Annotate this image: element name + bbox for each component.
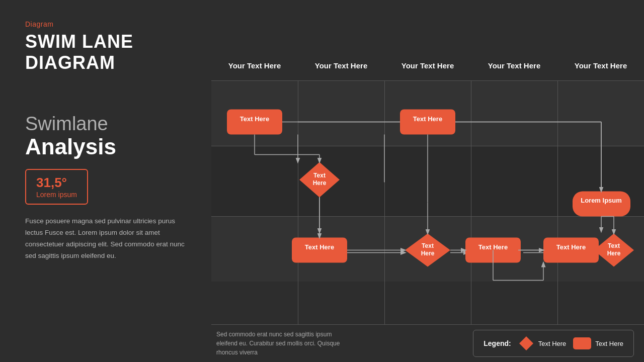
node-rect2-label: Text Here <box>413 115 442 123</box>
diagram-label: Diagram <box>25 20 191 28</box>
col-header-1: Your Text Here <box>211 61 298 70</box>
stat-number: 31,5° <box>36 175 77 191</box>
node-rect5-label: Text Here <box>556 243 586 251</box>
node-diamond2-label2: Here <box>421 250 435 257</box>
node-rect4-label: Text Here <box>478 243 508 251</box>
node-diamond2-label: Text <box>422 242 434 249</box>
node-diamond1-label2: Here <box>313 179 327 187</box>
legend-label: Legend: <box>484 339 511 347</box>
legend-box: Legend: Text Here Text Here <box>473 330 634 357</box>
col-headers: Your Text Here Your Text Here Your Text … <box>211 53 644 78</box>
node-rect1-label: Text Here <box>240 115 269 123</box>
description-text: Fusce posuere magna sed pulvinar ultrici… <box>25 216 191 262</box>
stat-label: Lorem ipsum <box>36 191 77 199</box>
left-panel: Diagram SWIM LANE DIAGRAM Swimlane Analy… <box>0 0 211 362</box>
legend-diamond-label: Text Here <box>538 340 567 347</box>
node-diamond3-label2: Here <box>607 250 621 257</box>
swimlane-text: Swimlane <box>25 114 191 135</box>
col-header-2: Your Text Here <box>298 61 384 70</box>
col-header-3: Your Text Here <box>384 61 471 70</box>
diagram-area: Your Text Here Your Text Here Your Text … <box>211 0 644 362</box>
main-title: SWIM LANE DIAGRAM <box>25 31 191 73</box>
col-header-4: Your Text Here <box>471 61 557 70</box>
legend-diamond-icon <box>518 335 534 351</box>
col-header-5: Your Text Here <box>557 61 644 70</box>
lanes-container: Text Here Text Here Text Here Text Here … <box>211 80 644 324</box>
node-rect3-label: Text Here <box>305 243 334 251</box>
diagram-svg: Text Here Text Here Text Here Text Here … <box>211 80 644 324</box>
footer-area: Sed commodo erat nunc sed sagittis ipsum… <box>211 324 644 362</box>
node-rect6[interactable] <box>573 192 630 217</box>
analysis-text: Analysis <box>25 135 191 159</box>
footer-text: Sed commodo erat nunc sed sagittis ipsum… <box>216 330 347 357</box>
stat-box: 31,5° Lorem ipsum <box>25 169 88 205</box>
node-rect6-label: Lorem Ipsum <box>581 197 622 204</box>
legend-rect-label: Text Here <box>595 340 623 347</box>
legend-item-rect: Text Here <box>573 337 623 349</box>
legend-rect-icon <box>573 337 591 349</box>
node-diamond1-label: Text <box>313 172 326 179</box>
node-diamond3-label: Text <box>608 242 620 249</box>
legend-item-diamond: Text Here <box>518 335 567 351</box>
svg-marker-1 <box>519 336 533 350</box>
